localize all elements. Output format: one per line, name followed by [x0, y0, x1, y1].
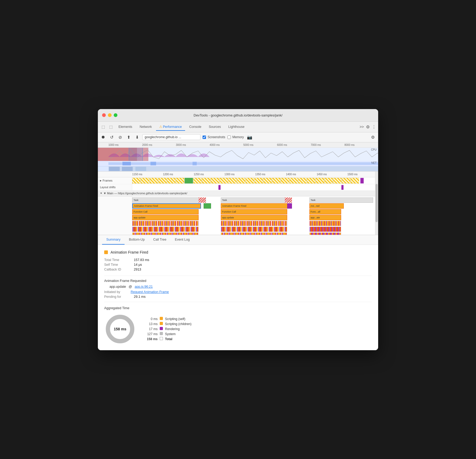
flame-row-2-1 [221, 221, 287, 226]
tab-console[interactable]: Console [186, 123, 205, 130]
overview-timeline[interactable]: 1000 ms 2000 ms 3000 ms 4000 ms 5000 ms … [98, 142, 378, 172]
upload-button[interactable]: ⬆ [125, 134, 132, 140]
legend-val-3: 127 ms [147, 331, 160, 336]
ruler-mark-8: 8000 ms [345, 143, 378, 146]
scroll-thumb[interactable] [376, 184, 378, 222]
screenshots-checkbox-group: Screenshots [203, 135, 225, 139]
svg-rect-32 [324, 178, 333, 183]
devtools-kebab-icon[interactable]: ⋮ [372, 124, 376, 129]
frames-track-content[interactable] [132, 177, 378, 184]
event-name: Animation Frame Fired [111, 250, 148, 254]
more-tabs-icon[interactable]: >> [360, 125, 364, 129]
memory-checkbox-group: Memory [227, 135, 244, 139]
devtools-settings-icon[interactable]: ⚙ [366, 124, 370, 129]
detail-scrollbar[interactable] [375, 172, 378, 235]
frames-track-row: ▶ Frames [98, 177, 378, 184]
task-block-1[interactable]: Task [132, 197, 204, 203]
maximize-button[interactable] [114, 113, 117, 117]
tab-elements[interactable]: Elements [115, 123, 135, 130]
function-call-block-3[interactable]: Func...all [309, 209, 341, 214]
total-time-row: Total Time 157.83 ms [104, 258, 372, 262]
ruler-mark-5: 5000 ms [243, 143, 277, 146]
tab-performance[interactable]: ⚠Performance [156, 123, 185, 131]
summary-panel: Animation Frame Fired Total Time 157.83 … [98, 245, 378, 350]
legend-val-0: 0 ms [147, 316, 160, 321]
function-call-block-2[interactable]: Function Call [221, 209, 287, 214]
main-thread-arrow: ▼ [100, 192, 102, 195]
close-button[interactable] [102, 113, 106, 117]
tab-sources[interactable]: Sources [205, 123, 224, 130]
toolbar: ⏺ ↺ ⊘ ⬆ ⬇ Screenshots Memory 📷 ⚙ [98, 132, 378, 142]
selected-range-overlay[interactable] [129, 148, 143, 161]
animation-frame-purple-1 [287, 203, 292, 209]
legend-row-3: 127 ms System [147, 331, 194, 336]
flame-row-2-2 [221, 227, 287, 232]
ruler-mark-2: 2000 ms [142, 143, 176, 146]
animation-frame-block-1[interactable]: Animation Frame Fired [132, 203, 201, 209]
detail-mark-5: 1350 ms [255, 173, 286, 176]
animation-frame-block-2[interactable]: Animation Frame Fired [221, 203, 290, 209]
cpu-overview-row[interactable]: CPU [98, 148, 378, 161]
svg-rect-10 [132, 178, 140, 183]
aggregated-section: Aggregated Time [104, 306, 372, 345]
device-toolbar-icon[interactable]: ⬚ [108, 124, 114, 130]
svg-rect-14 [167, 178, 175, 183]
frames-arrow-icon: ▶ [100, 179, 102, 182]
request-animation-frame-link[interactable]: Request Animation Frame [131, 290, 169, 294]
svg-rect-12 [150, 178, 158, 183]
svg-rect-17 [193, 178, 202, 183]
tab-event-log[interactable]: Event Log [171, 235, 194, 245]
task-block-2[interactable]: Task [221, 197, 290, 203]
inspect-icon[interactable]: ⬚ [100, 124, 107, 130]
detail-timeline[interactable]: 1150 ms 1200 ms 1250 ms 1300 ms 1350 ms … [98, 172, 378, 235]
animation-frame-green-1 [204, 203, 211, 209]
summary-stats: Total Time 157.83 ms Self Time 14 μs Cal… [104, 258, 372, 271]
app-update-block-2[interactable]: app.update [221, 215, 287, 220]
detail-mark-2: 1200 ms [163, 173, 194, 176]
screenshot-thumbnails [108, 166, 378, 171]
initiated-by-label: Initiated by [104, 290, 128, 294]
memory-checkbox[interactable] [227, 136, 231, 139]
camera-icon[interactable]: 📷 [247, 135, 252, 140]
download-button[interactable]: ⬇ [134, 134, 140, 140]
svg-rect-13 [158, 178, 167, 183]
flame-chart-area[interactable]: Task Task Task Anima [132, 196, 378, 235]
record-button[interactable]: ⏺ [100, 134, 106, 140]
app-update-block-3[interactable]: app...ate [309, 215, 341, 220]
flame-row-3-3 [309, 232, 341, 235]
code-ref-link[interactable]: app.js:96:21 [135, 285, 153, 289]
capture-settings-icon[interactable]: ⚙ [370, 134, 376, 140]
pending-for-value: 29.1 ms [134, 295, 145, 299]
screenshots-checkbox[interactable] [203, 136, 206, 139]
tab-network[interactable]: Network [136, 123, 155, 130]
legend-color-3 [160, 331, 165, 336]
animation-frame-block-3[interactable]: Ani...red [309, 203, 344, 209]
function-call-block-1[interactable]: Function Call [132, 209, 199, 214]
tab-call-tree[interactable]: Call Tree [149, 235, 171, 245]
tab-lighthouse[interactable]: Lighthouse [225, 123, 248, 130]
refresh-button[interactable]: ↺ [108, 134, 115, 140]
memory-label: Memory [232, 135, 244, 139]
url-input[interactable] [142, 134, 200, 140]
flame-row-1-2 [132, 227, 199, 232]
legend-val-total: 158 ms [147, 336, 160, 341]
task-block-3[interactable]: Task [309, 197, 373, 203]
tab-bottom-up[interactable]: Bottom-Up [125, 235, 149, 245]
minimize-button[interactable] [108, 113, 112, 117]
svg-rect-24 [255, 178, 263, 183]
traffic-lights [102, 113, 117, 117]
event-color-swatch [104, 250, 108, 254]
svg-rect-34 [342, 178, 350, 183]
task-block-1-overflow [199, 197, 206, 203]
svg-rect-18 [202, 178, 210, 183]
tab-summary[interactable]: Summary [102, 235, 125, 245]
clear-button[interactable]: ⊘ [117, 134, 123, 140]
main-thread-flamechart[interactable]: Task Task Task Anima [98, 196, 378, 235]
pending-for-label: Pending for [104, 295, 131, 299]
donut-chart: 158 ms [104, 313, 136, 345]
app-update-block-1[interactable]: app.update [132, 215, 199, 220]
frames-label: Frames [103, 179, 112, 182]
svg-rect-16 [185, 178, 193, 183]
initiated-by-row: Initiated by Request Animation Frame [104, 290, 372, 294]
svg-rect-35 [351, 178, 359, 183]
